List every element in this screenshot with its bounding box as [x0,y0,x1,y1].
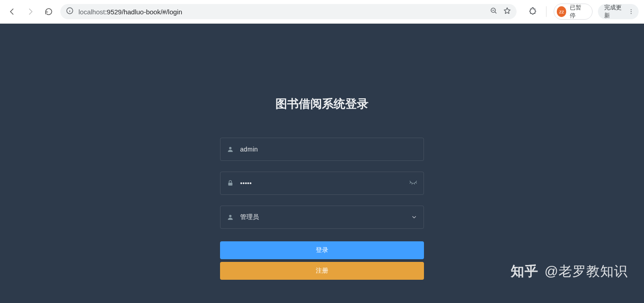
user-icon [227,146,234,153]
forward-button[interactable] [24,4,37,19]
login-button[interactable]: 登录 [220,241,424,259]
svg-point-9 [631,13,631,14]
svg-rect-11 [228,183,232,186]
back-button[interactable] [5,4,18,19]
bookmark-icon[interactable] [503,7,511,17]
more-icon [628,8,634,15]
lock-icon [227,180,234,187]
user-icon [227,214,234,221]
url-text: localhost:9529/hadluo-book/#/login [78,8,182,16]
username-input[interactable] [240,146,417,153]
zhihu-logo: 知乎 [511,262,538,281]
watermark: 知乎 @老罗教知识 [511,262,628,281]
chevron-down-icon [411,214,417,220]
update-label: 完成更新 [604,4,625,20]
svg-point-8 [631,11,631,12]
svg-line-14 [414,183,415,185]
username-field[interactable] [220,138,424,161]
role-select[interactable]: 管理员 [220,206,424,229]
login-form: 管理员 登录 注册 [220,138,424,280]
login-page: 图书借阅系统登录 管理员 登录 [0,24,644,303]
svg-line-13 [412,183,412,185]
address-bar[interactable]: localhost:9529/hadluo-book/#/login [60,4,517,19]
profile-status: 已暂停 [570,4,585,20]
extensions-icon[interactable] [527,5,539,18]
profile-chip[interactable]: zz 已暂停 [554,4,593,20]
password-input[interactable] [240,180,403,187]
page-title: 图书借阅系统登录 [275,96,369,112]
watermark-handle: @老罗教知识 [545,262,628,281]
svg-line-15 [416,182,417,183]
password-field[interactable] [220,172,424,195]
role-value: 管理员 [240,213,405,221]
reload-button[interactable] [42,4,55,19]
svg-line-4 [495,12,496,13]
svg-marker-6 [504,8,511,13]
update-chip[interactable]: 完成更新 [598,4,639,19]
svg-line-12 [410,182,411,183]
form-buttons: 登录 注册 [220,241,424,280]
svg-point-10 [229,147,231,149]
toolbar-divider [546,6,547,17]
site-info-icon[interactable] [66,7,74,17]
zoom-icon[interactable] [490,7,498,17]
eye-closed-icon[interactable] [409,179,417,187]
avatar: zz [557,6,567,17]
svg-point-7 [631,9,631,10]
browser-toolbar: localhost:9529/hadluo-book/#/login zz 已暂… [0,0,644,24]
register-button[interactable]: 注册 [220,262,424,280]
svg-point-16 [229,215,231,217]
